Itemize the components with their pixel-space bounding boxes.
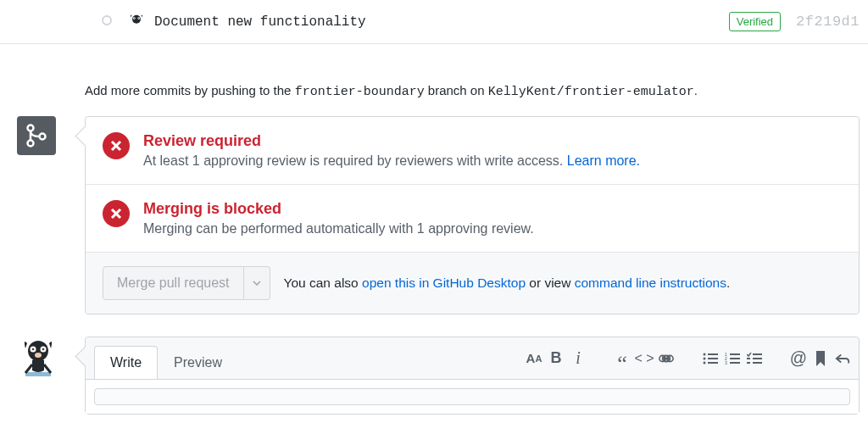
verified-badge[interactable]: Verified — [729, 12, 781, 31]
user-avatar-icon[interactable] — [17, 337, 59, 379]
svg-rect-34 — [753, 362, 762, 364]
svg-point-13 — [35, 353, 42, 358]
octocat-avatar-icon — [127, 13, 146, 31]
quote-icon[interactable]: “ — [615, 356, 630, 371]
push-hint: Add more commits by pushing to the front… — [85, 83, 860, 99]
svg-rect-27 — [730, 358, 740, 359]
svg-point-22 — [704, 361, 706, 364]
merge-options-dropdown[interactable] — [244, 266, 270, 300]
svg-rect-31 — [747, 358, 750, 359]
svg-point-11 — [32, 348, 35, 351]
svg-point-3 — [134, 18, 135, 19]
formatting-toolbar: AA B i “ < > — [503, 351, 850, 366]
comment-textarea[interactable] — [94, 388, 850, 405]
review-required-block: Review required At least 1 approving rev… — [86, 117, 859, 184]
merge-alternatives: You can also open this in GitHub Desktop… — [284, 275, 731, 291]
comment-editor: Write Preview AA B i “ < > — [85, 337, 860, 415]
numbered-list-icon[interactable]: 123 — [725, 351, 740, 366]
merge-button-group: Merge pull request — [103, 266, 270, 300]
mention-icon[interactable]: @ — [791, 351, 806, 366]
git-merge-icon — [17, 116, 56, 155]
svg-rect-25 — [730, 353, 740, 355]
merging-blocked-title: Merging is blocked — [143, 200, 534, 218]
reference-icon[interactable] — [813, 351, 828, 366]
svg-rect-19 — [708, 353, 718, 355]
merge-pull-request-button[interactable]: Merge pull request — [103, 266, 244, 300]
svg-point-5 — [28, 125, 34, 131]
svg-point-6 — [28, 141, 34, 147]
link-icon[interactable] — [659, 351, 674, 366]
merge-actions-bar: Merge pull request You can also open thi… — [86, 252, 859, 314]
svg-rect-29 — [730, 362, 740, 364]
svg-rect-32 — [753, 358, 762, 359]
bullet-list-icon[interactable] — [703, 351, 718, 366]
bold-icon[interactable]: B — [548, 351, 564, 366]
svg-rect-30 — [753, 353, 762, 355]
editor-tabs: Write Preview — [94, 346, 238, 379]
svg-point-18 — [704, 353, 706, 355]
merging-blocked-block: Merging is blocked Merging can be perfor… — [86, 184, 859, 252]
svg-rect-33 — [747, 362, 750, 364]
merge-status-panel: Review required At least 1 approving rev… — [85, 116, 860, 314]
code-icon[interactable]: < > — [637, 351, 652, 366]
merging-blocked-desc: Merging can be performed automatically w… — [143, 221, 534, 236]
svg-rect-14 — [25, 372, 51, 376]
svg-point-20 — [704, 357, 706, 359]
error-x-icon — [103, 200, 130, 227]
tab-preview[interactable]: Preview — [158, 346, 238, 379]
svg-point-12 — [42, 348, 45, 351]
commit-row: Document new functionality Verified 2f21… — [0, 0, 868, 44]
reply-icon[interactable] — [835, 351, 850, 366]
branch-name: frontier-boundary — [295, 85, 425, 99]
commit-sha[interactable]: 2f219d1 — [796, 14, 860, 30]
learn-more-link[interactable]: Learn more. — [567, 153, 640, 168]
caret-down-icon — [253, 281, 261, 286]
timeline-dot-icon — [102, 15, 112, 25]
svg-point-4 — [138, 18, 139, 19]
textarea-container — [86, 379, 859, 414]
text-size-icon[interactable]: AA — [526, 351, 542, 366]
review-required-title: Review required — [143, 132, 640, 150]
svg-text:3: 3 — [725, 360, 727, 364]
svg-point-7 — [40, 134, 46, 140]
error-x-icon — [103, 132, 130, 159]
svg-rect-21 — [708, 358, 718, 359]
open-desktop-link[interactable]: open this in GitHub Desktop — [362, 275, 526, 290]
svg-rect-23 — [708, 362, 718, 364]
tab-write[interactable]: Write — [94, 346, 158, 379]
commit-message[interactable]: Document new functionality — [154, 14, 366, 30]
review-required-desc: At least 1 approving review is required … — [143, 153, 640, 169]
task-list-icon[interactable] — [747, 351, 762, 366]
repo-name: KellyKent/frontier-emulator — [488, 85, 694, 99]
italic-icon[interactable]: i — [570, 351, 586, 366]
command-line-link[interactable]: command line instructions — [575, 275, 726, 290]
